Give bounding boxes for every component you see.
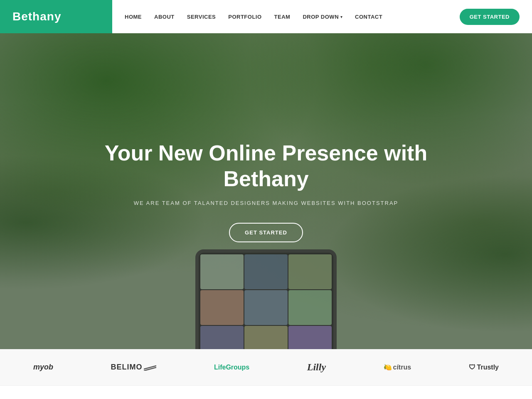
tablet-cell-3 xyxy=(288,254,332,289)
brands-section: myob BELIMO LifeGroups Lilly 🍋 cítrus 🛡 … xyxy=(0,349,532,386)
nav-item-contact[interactable]: CONTACT xyxy=(355,13,382,20)
nav-menu: HOME ABOUT SERVICES PORTFOLIO TEAM DROP … xyxy=(112,13,460,20)
brand-trustly: 🛡 Trustly xyxy=(469,364,499,371)
about-section: EUM IPSAM LABORUM Ullamco laboris nisi u… xyxy=(0,386,532,399)
nav-item-dropdown[interactable]: DROP DOWN ▾ xyxy=(303,14,342,20)
tablet-cell-8 xyxy=(244,326,288,349)
nav-link-home[interactable]: HOME xyxy=(125,14,142,20)
brand-lilly-label: Lilly xyxy=(307,362,326,373)
brand-logo[interactable]: Bethany xyxy=(0,0,112,33)
brand-lifegroups: LifeGroups xyxy=(214,364,249,371)
tablet-cell-6 xyxy=(288,290,332,325)
nav-link-dropdown[interactable]: DROP DOWN xyxy=(303,14,339,20)
nav-link-services[interactable]: SERVICES xyxy=(187,14,216,20)
brand-citrus-label: cítrus xyxy=(393,364,411,371)
nav-cta-button[interactable]: GET STARTED xyxy=(460,9,520,25)
brand-citrus: 🍋 cítrus xyxy=(384,363,411,371)
brand-myob: myob xyxy=(33,363,53,372)
tablet-cell-9 xyxy=(288,326,332,349)
nav-item-team[interactable]: TEAM xyxy=(274,13,291,20)
tablet-cell-4 xyxy=(200,290,244,325)
brand-belimo: BELIMO xyxy=(111,363,156,372)
nav-item-about[interactable]: ABOUT xyxy=(154,13,175,20)
hero-cta-button[interactable]: GET STARTED xyxy=(229,223,303,242)
hero-content: Your New Online Presence with Bethany WE… xyxy=(79,140,453,243)
nav-link-about[interactable]: ABOUT xyxy=(154,14,175,20)
belimo-decoration-icon xyxy=(144,364,156,371)
tablet-mockup xyxy=(195,249,337,349)
brand-belimo-label: BELIMO xyxy=(111,363,142,372)
tablet-cell-5 xyxy=(244,290,288,325)
brand-myob-label: myob xyxy=(33,363,53,372)
brand-lifegroups-label: LifeGroups xyxy=(214,364,249,371)
tablet-cell-2 xyxy=(244,254,288,289)
navbar: Bethany HOME ABOUT SERVICES PORTFOLIO TE… xyxy=(0,0,532,33)
chevron-down-icon: ▾ xyxy=(340,15,342,19)
brand-citrus-icon: 🍋 xyxy=(384,363,392,371)
nav-item-portfolio[interactable]: PORTFOLIO xyxy=(228,13,261,20)
nav-item-services[interactable]: SERVICES xyxy=(187,13,216,20)
brand-name: Bethany xyxy=(12,10,61,23)
tablet-cell-1 xyxy=(200,254,244,289)
brand-lilly: Lilly xyxy=(307,362,326,373)
brand-trustly-label: Trustly xyxy=(477,364,499,371)
nav-item-home[interactable]: HOME xyxy=(125,13,142,20)
hero-subtitle: WE ARE TEAM OF TALANTED DESIGNERS MAKING… xyxy=(79,200,453,206)
nav-link-contact[interactable]: CONTACT xyxy=(355,14,382,20)
brand-trustly-icon: 🛡 xyxy=(469,364,475,371)
nav-link-team[interactable]: TEAM xyxy=(274,14,291,20)
hero-section: Your New Online Presence with Bethany WE… xyxy=(0,33,532,349)
hero-title: Your New Online Presence with Bethany xyxy=(79,140,453,192)
nav-link-portfolio[interactable]: PORTFOLIO xyxy=(228,14,261,20)
tablet-cell-7 xyxy=(200,326,244,349)
